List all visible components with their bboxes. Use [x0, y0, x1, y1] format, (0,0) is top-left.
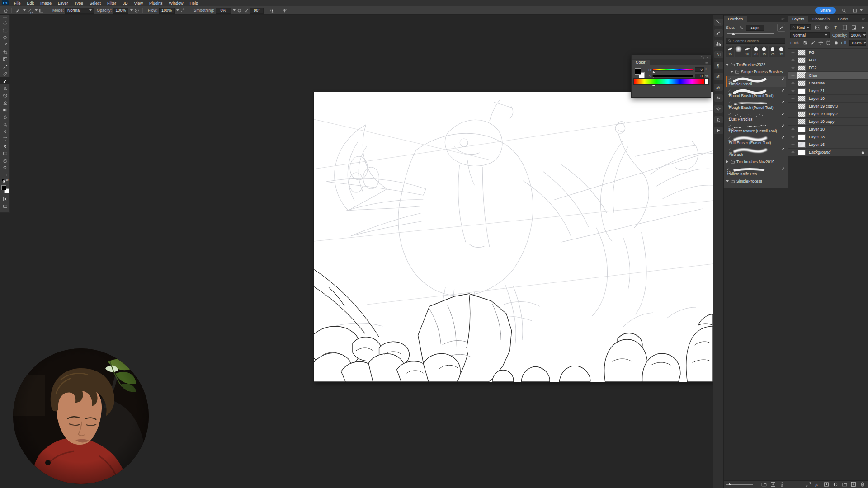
visibility-eye-icon[interactable] [789, 127, 797, 131]
brush-list-item[interactable]: Rough Brush (Pencil Tool) 63 Rough Brush… [726, 99, 786, 111]
layer-thumbnail[interactable] [798, 119, 806, 125]
search-icon[interactable] [840, 7, 847, 14]
menu-item[interactable]: Filter [104, 0, 119, 6]
brush-list-item[interactable]: TimBrushes2022 TimBrushes2022 [724, 61, 788, 68]
zoom-tool[interactable] [0, 164, 10, 171]
visibility-eye-icon[interactable] [789, 150, 797, 154]
new-group-button[interactable] [842, 482, 847, 487]
close-icon[interactable] [706, 56, 709, 59]
histogram-panel-button[interactable] [714, 40, 723, 47]
recent-brush[interactable]: 15 [777, 46, 785, 57]
airbrush-icon[interactable] [179, 7, 186, 14]
smoothing-field[interactable]: 0% [216, 8, 231, 14]
slider-value[interactable]: 0 [695, 67, 704, 72]
edit-toolbar-button[interactable] [0, 171, 10, 178]
visibility-eye-icon[interactable] [789, 104, 797, 108]
history-brush-tool[interactable] [0, 92, 10, 99]
chevron-icon[interactable] [731, 71, 733, 73]
slider-value[interactable]: 0 [695, 74, 704, 78]
share-button[interactable]: Share [815, 7, 836, 14]
properties-panel-button[interactable] [714, 94, 723, 102]
recent-brush[interactable]: 10 [743, 46, 751, 57]
layer-row[interactable]: Layer 21 [788, 87, 868, 95]
brush-list-item[interactable]: Pallete Knife Pen 15 Pallete Knife Pen [725, 166, 786, 177]
foreground-color-swatch[interactable] [635, 68, 641, 75]
visibility-eye-icon[interactable] [789, 97, 797, 100]
recent-brush[interactable]: 15 [760, 46, 768, 57]
recent-brush[interactable]: 15 [726, 46, 734, 57]
gradient-tool[interactable] [0, 106, 10, 113]
brush-list-item[interactable]: SimpleProcess SimpleProcess [724, 178, 788, 185]
brush-settings-toggle-icon[interactable] [38, 7, 45, 14]
delete-layer-button[interactable] [860, 482, 865, 487]
brush-angle-icon[interactable] [243, 7, 250, 14]
chevron-down-icon[interactable] [860, 9, 863, 11]
lock-transparency[interactable] [803, 40, 808, 45]
tool-preset-icon[interactable] [14, 7, 21, 14]
collapse-panel-icon[interactable] [701, 56, 704, 59]
chevron-icon[interactable] [726, 64, 729, 66]
filter-type-layers[interactable] [833, 25, 839, 30]
layer-row[interactable]: Layer 20 [788, 126, 868, 133]
panel-tab[interactable]: Layers [788, 16, 808, 22]
visibility-eye-icon[interactable] [789, 135, 797, 139]
layer-thumbnail[interactable] [798, 65, 806, 71]
lock-artboard[interactable] [826, 40, 831, 45]
mode-select[interactable]: Normal [65, 8, 94, 14]
healing-brush-tool[interactable] [0, 70, 10, 77]
recent-brush[interactable] [735, 46, 743, 57]
layer-thumbnail[interactable] [798, 50, 806, 56]
default-swap-colors-icon[interactable]: ⇄ [0, 178, 9, 183]
timeline-panel-button[interactable] [714, 127, 723, 134]
visibility-eye-icon[interactable] [789, 89, 797, 93]
brush-list-item[interactable]: Soft Eraser (Eraser Tool) 300 Soft Erase… [726, 135, 786, 146]
recent-brush[interactable]: 20 [752, 46, 760, 57]
layer-thumbnail[interactable] [798, 80, 806, 86]
shape-tool[interactable] [0, 150, 10, 157]
character-panel-button[interactable] [714, 51, 723, 58]
layer-row[interactable]: Creature [788, 80, 868, 87]
menu-item[interactable]: Select [86, 0, 104, 6]
lock-all[interactable] [834, 40, 839, 45]
adjustments-panel-button[interactable] [714, 105, 723, 113]
frame-tool[interactable] [0, 56, 10, 63]
brush-size-slider[interactable] [726, 31, 785, 37]
layer-thumbnail[interactable] [798, 150, 806, 155]
layer-thumbnail[interactable] [798, 57, 806, 63]
marquee-tool[interactable] [0, 27, 10, 34]
menu-item[interactable]: Layer [55, 0, 71, 6]
new-layer-button[interactable] [851, 482, 856, 487]
layer-row[interactable]: Layer 19 [788, 95, 868, 103]
dodge-tool[interactable] [0, 121, 10, 128]
layer-thumbnail[interactable] [798, 103, 806, 109]
object-selection-tool[interactable] [0, 41, 10, 48]
clone-source-panel-button[interactable] [714, 116, 723, 123]
visibility-eye-icon[interactable] [789, 112, 797, 116]
brush-size-input[interactable] [746, 25, 764, 31]
layer-thumbnail[interactable] [798, 142, 806, 148]
home-icon[interactable] [2, 7, 9, 14]
symmetry-butterfly-icon[interactable] [281, 7, 288, 14]
panel-menu-icon[interactable] [705, 61, 709, 65]
lasso-tool[interactable] [0, 34, 10, 41]
filter-adjustment-layers[interactable] [824, 25, 830, 30]
pressure-size-icon[interactable] [269, 7, 276, 14]
glyphs-panel-button[interactable] [714, 73, 723, 80]
layer-fill-field[interactable]: 100% [849, 40, 866, 46]
menu-item[interactable]: 3D [119, 0, 131, 6]
brush-search-box[interactable] [726, 38, 785, 44]
slider-track[interactable] [652, 75, 693, 77]
layer-row[interactable]: FG1 [788, 56, 868, 64]
brush-settings-panel-button[interactable] [777, 24, 785, 32]
new-brush-button[interactable] [770, 482, 776, 487]
blend-mode-select[interactable]: Normal [790, 32, 830, 38]
menu-item[interactable]: Image [37, 0, 55, 6]
visibility-eye-icon[interactable] [789, 74, 797, 77]
layer-style-button[interactable] [815, 482, 820, 487]
toolbar-grip[interactable] [3, 17, 7, 18]
character-styles-panel-button[interactable] [714, 84, 723, 91]
screen-mode-button[interactable] [0, 202, 10, 210]
tab-brushes[interactable]: Brushes [724, 16, 747, 22]
panel-menu-icon[interactable] [781, 17, 785, 21]
new-adjustment-layer-button[interactable] [833, 482, 838, 487]
